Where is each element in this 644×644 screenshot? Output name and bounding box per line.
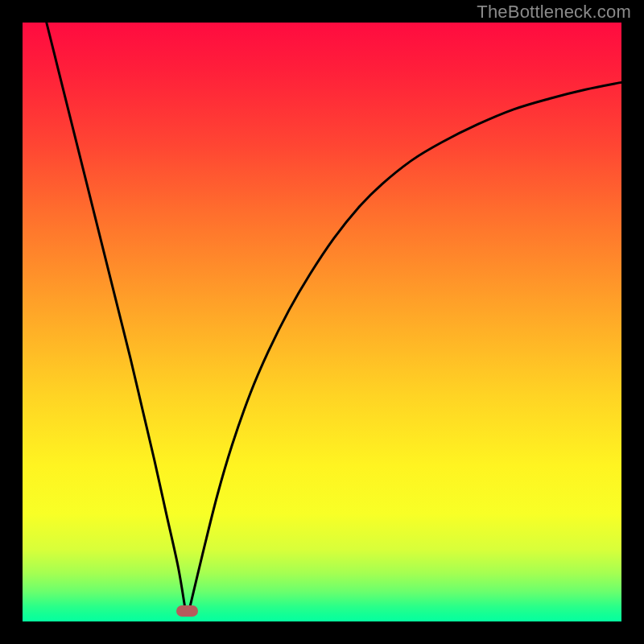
chart-frame: TheBottleneck.com <box>0 0 644 644</box>
watermark-text: TheBottleneck.com <box>477 2 631 23</box>
optimum-marker <box>176 605 198 617</box>
chart-plot-area <box>23 23 621 621</box>
